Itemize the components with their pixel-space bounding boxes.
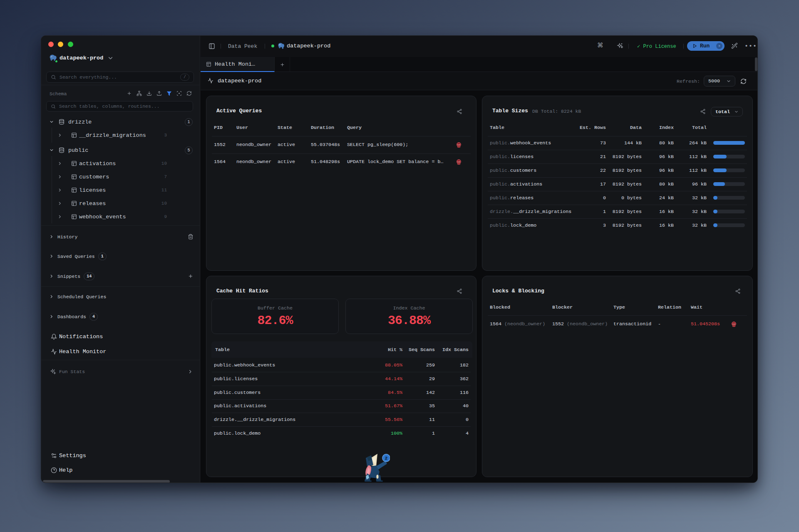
svg-text:2: 2 — [385, 456, 388, 461]
